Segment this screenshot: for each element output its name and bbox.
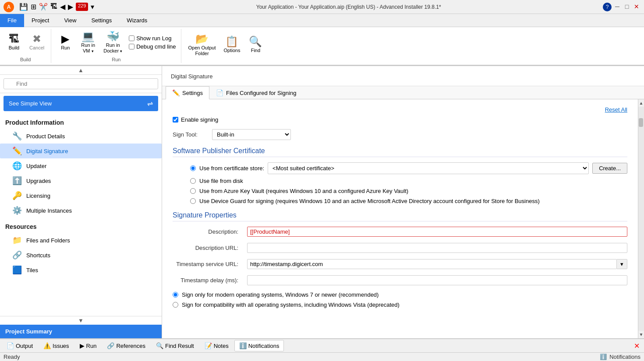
cert-store-select[interactable]: <Most suited certificate> — [268, 162, 589, 174]
timestamp-url-arrow[interactable]: ▾ — [617, 259, 627, 269]
sidebar-item-tiles[interactable]: 🟦 Tiles — [0, 263, 162, 277]
sign-compat-radio[interactable] — [173, 302, 178, 308]
multiple-instances-icon: ⚙️ — [12, 206, 22, 215]
vscroll-down-arrow[interactable]: ▼ — [638, 331, 644, 338]
run-in-vm-button[interactable]: 💻 Run inVM ▾ — [78, 30, 99, 55]
cancel-button[interactable]: ✖ Cancel — [26, 30, 47, 55]
tab-wizards[interactable]: Wizards — [119, 14, 155, 27]
find-button[interactable]: 🔍 Find — [245, 32, 266, 58]
issues-tab-icon: ⚠️ — [43, 342, 51, 349]
options-label: Options — [223, 48, 240, 53]
enable-signing-label[interactable]: Enable signing — [181, 116, 218, 123]
toolbar-icon-build[interactable]: 🏗 — [50, 3, 57, 11]
content-title: Digital Signature — [171, 73, 212, 80]
create-btn[interactable]: Create... — [592, 163, 627, 174]
toolbar-nav-back[interactable]: ◀ — [60, 3, 65, 11]
timestamp-delay-label: Timestamp delay (ms): — [173, 277, 243, 284]
tab-settings[interactable]: ✏️ Settings — [166, 86, 209, 99]
show-run-log-checkbox-label[interactable]: Show run Log — [129, 35, 176, 42]
bottom-tab-notifications[interactable]: ℹ️ Notifications — [234, 340, 284, 351]
sidebar-scroll-down-btn[interactable]: ▼ — [77, 316, 85, 325]
bottom-tab-issues[interactable]: ⚠️ Issues — [39, 340, 74, 351]
timestamp-delay-input[interactable] — [247, 275, 627, 285]
toolbar-icon-save[interactable]: 💾 — [19, 3, 28, 11]
toolbar-icon-grid[interactable]: ⊞ — [31, 3, 36, 11]
ribbon-run-items: ▶ Run 💻 Run inVM ▾ 🐳 Run inDocker ▾ Show… — [55, 30, 177, 55]
open-output-button[interactable]: 📂 Open OutputFolder — [185, 32, 219, 58]
ribbon: File Project View Settings Wizards 🏗 Bui… — [0, 14, 644, 66]
help-icon[interactable]: ? — [603, 3, 612, 11]
cert-store-radio[interactable] — [190, 165, 196, 171]
sidebar-item-multiple-instances[interactable]: ⚙️ Multiple Instances — [0, 203, 162, 218]
description-input[interactable] — [247, 227, 627, 237]
options-button[interactable]: 📋 Options — [220, 32, 243, 58]
azure-vault-label: Use from Azure Key Vault (requires Windo… — [199, 188, 408, 194]
azure-vault-radio[interactable] — [190, 188, 196, 194]
tab-files-configured[interactable]: 📄 Files Configured for Signing — [209, 86, 303, 99]
debug-cmd-checkbox[interactable] — [129, 44, 134, 49]
description-url-input[interactable] — [247, 243, 627, 253]
run-in-docker-button[interactable]: 🐳 Run inDocker ▾ — [100, 30, 125, 55]
project-summary-bar[interactable]: Project Summary — [0, 325, 162, 338]
show-run-log-checkbox[interactable] — [129, 35, 134, 41]
sign-tool-row: Sign Tool: Built-in Custom — [173, 129, 627, 140]
sidebar-item-upgrades[interactable]: ⬆️ Upgrades — [0, 173, 162, 188]
vscroll-up-arrow[interactable]: ▲ — [638, 99, 644, 107]
device-guard-radio[interactable] — [190, 198, 196, 204]
simple-view-button[interactable]: See Simple View ⇌ — [4, 96, 158, 111]
sidebar-item-files-folders[interactable]: 📁 Files and Folders — [0, 233, 162, 248]
shortcuts-icon: 🔗 — [12, 250, 22, 260]
run-button[interactable]: ▶ Run — [55, 30, 76, 55]
run-tab-icon: ▶ — [80, 342, 85, 349]
sidebar-item-shortcuts[interactable]: 🔗 Shortcuts — [0, 248, 162, 263]
tab-settings[interactable]: Settings — [84, 14, 119, 27]
notifications-status-label[interactable]: Notifications — [609, 354, 640, 360]
file-disk-radio[interactable] — [190, 178, 196, 184]
toolbar-icon-cut[interactable]: ✂️ — [39, 3, 48, 11]
bottom-tab-notes[interactable]: 📝 Notes — [200, 340, 234, 351]
build-button[interactable]: 🏗 Build — [4, 30, 25, 55]
debug-cmd-checkbox-label[interactable]: Debug cmd line — [129, 43, 176, 50]
ribbon-checkboxes: Show run Log Debug cmd line — [127, 35, 177, 50]
close-panel-button[interactable]: ✕ — [631, 341, 642, 351]
files-folders-label: Files and Folders — [26, 237, 70, 244]
options-icon: 📋 — [225, 36, 238, 47]
bottom-tab-find-result[interactable]: 🔍 Find Result — [151, 340, 199, 351]
ribbon-output-items: 📂 Open OutputFolder 📋 Options 🔍 Find — [185, 30, 266, 60]
vscroll-track[interactable] — [638, 107, 644, 331]
digital-signature-icon: ✏️ — [12, 146, 22, 156]
tab-project[interactable]: Project — [24, 14, 57, 27]
product-details-label: Product Details — [26, 133, 65, 140]
bottom-tab-output[interactable]: 📄 Output — [2, 340, 38, 351]
timestamp-url-input[interactable] — [247, 259, 617, 269]
sign-modern-radio[interactable] — [173, 292, 178, 298]
minimize-btn[interactable]: ─ — [613, 3, 621, 11]
sidebar-item-updater[interactable]: 🌐 Updater — [0, 158, 162, 173]
maximize-btn[interactable]: □ — [623, 3, 631, 11]
tab-view[interactable]: View — [57, 14, 84, 27]
content-inner: Reset All Enable signing Sign Tool: Buil… — [162, 99, 638, 338]
software-publisher-cert-title: Software Publisher Certificate — [173, 147, 627, 157]
sidebar-item-digital-signature[interactable]: ✏️ Digital Signature — [0, 144, 162, 158]
sign-compat-label: Sign for compatibility with all operatin… — [182, 301, 400, 308]
vscroll-thumb[interactable] — [639, 118, 643, 127]
toolbar-nav-fwd[interactable]: ▶ — [68, 3, 73, 11]
show-run-log-label: Show run Log — [136, 35, 171, 42]
tab-file[interactable]: File — [0, 14, 24, 27]
toolbar-dropdown[interactable]: ▾ — [91, 3, 94, 11]
run-tab-label: Run — [86, 343, 97, 349]
reset-all-link[interactable]: Reset All — [605, 106, 627, 113]
search-input[interactable] — [4, 78, 158, 89]
bottom-tab-run[interactable]: ▶ Run — [75, 340, 102, 351]
enable-signing-checkbox[interactable] — [173, 117, 178, 123]
content-vertical-scrollbar[interactable]: ▲ ▼ — [638, 99, 644, 338]
build-icon: 🏗 — [9, 34, 19, 44]
cert-store-label: Use from certificate store: — [199, 165, 264, 172]
sign-tool-select[interactable]: Built-in Custom — [212, 129, 291, 140]
sidebar-scroll-up-btn[interactable]: ▲ — [77, 66, 85, 74]
close-btn[interactable]: ✕ — [633, 3, 640, 11]
sidebar-item-licensing[interactable]: 🔑 Licensing — [0, 188, 162, 203]
sidebar-item-product-details[interactable]: 🔧 Product Details — [0, 129, 162, 144]
settings-tab-label: Settings — [182, 90, 203, 96]
bottom-tab-references[interactable]: 🔗 References — [102, 340, 150, 351]
